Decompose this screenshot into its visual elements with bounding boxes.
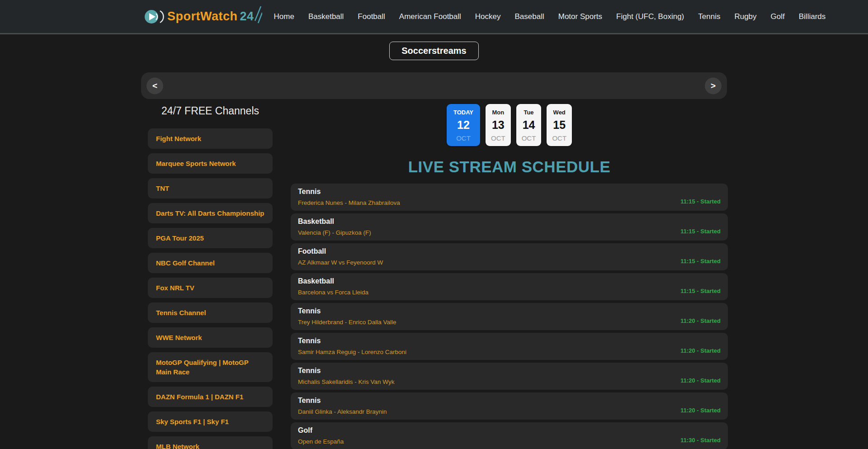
date-number: 12 [453,118,473,132]
schedule-panel: TODAY12OCTMon13OCTTue14OCTWed15OCT LIVE … [291,99,728,449]
date-month-label: OCT [522,134,536,142]
event-time-status: 11:20 - Started [680,347,721,354]
event-time-status: 11:20 - Started [680,407,721,414]
event-row[interactable]: GolfOpen de España11:30 - Started [291,422,728,449]
date-day-label: TODAY [453,109,473,116]
channel-button-dazn-formula-1-dazn-f1[interactable]: DAZN Formula 1 | DAZN F1 [148,387,273,407]
event-time-status: 11:15 - Started [680,198,721,205]
date-month-label: OCT [491,134,505,142]
channel-button-marquee-sports-network[interactable]: Marquee Sports Network [148,153,273,174]
channel-button-darts-tv-all-darts-championship[interactable]: Darts TV: All Darts Championship [148,203,273,223]
event-sport: Tennis [298,337,721,345]
schedule-list: TennisFrederica Nunes - Milana Zhabrailo… [291,184,728,449]
nav-links: HomeBasketballFootballAmerican FootballH… [274,12,826,21]
channel-button-nbc-golf-channel[interactable]: NBC Golf Channel [148,253,273,273]
event-sport: Basketball [298,277,721,285]
event-row[interactable]: TennisSamir Hamza Reguig - Lorenzo Carbo… [291,333,728,360]
channels-panel: 24/7 FREE Channels Fight NetworkMarquee … [148,99,273,449]
date-day-label: Wed [552,109,566,116]
event-sport: Tennis [298,397,721,405]
date-day-label: Mon [491,109,505,116]
nav-link-hockey[interactable]: Hockey [475,12,501,21]
event-row[interactable]: BasketballBarcelona vs Forca Lleida11:15… [291,273,728,300]
date-number: 13 [491,118,505,132]
main-content: 24/7 FREE Channels Fight NetworkMarquee … [0,99,868,449]
hero-carousel: < > [141,72,727,99]
event-match: Daniil Glinka - Aleksandr Braynin [298,408,721,415]
event-row[interactable]: TennisMichalis Sakellaridis - Kris Van W… [291,363,728,390]
event-time-status: 11:15 - Started [680,288,721,294]
event-match: Samir Hamza Reguig - Lorenzo Carboni [298,349,721,355]
event-row[interactable]: FootballAZ Alkmaar W vs Feyenoord W11:15… [291,243,728,270]
carousel-prev-button[interactable]: < [146,77,163,94]
date-month-label: OCT [453,134,473,142]
date-box-wed-15[interactable]: Wed15OCT [547,104,572,146]
date-selector: TODAY12OCTMon13OCTTue14OCTWed15OCT [291,104,728,146]
channel-button-wwe-network[interactable]: WWE Network [148,327,273,348]
event-match: Trey Hilderbrand - Enrico Dalla Valle [298,319,721,326]
play-circle-icon [144,7,165,26]
soccerstreams-button[interactable]: Soccerstreams [389,42,478,60]
nav-link-tennis[interactable]: Tennis [698,12,720,21]
event-time-status: 11:30 - Started [680,437,721,444]
nav-link-fight-ufc-boxing[interactable]: Fight (UFC, Boxing) [616,12,684,21]
event-match: Barcelona vs Forca Lleida [298,289,721,296]
nav-link-motor-sports[interactable]: Motor Sports [558,12,602,21]
date-box-tue-14[interactable]: Tue14OCT [516,104,542,146]
nav-link-billiards[interactable]: Billiards [799,12,826,21]
event-match: Valencia (F) - Gipuzkoa (F) [298,229,721,236]
nav-link-baseball[interactable]: Baseball [515,12,544,21]
event-row[interactable]: BasketballValencia (F) - Gipuzkoa (F)11:… [291,213,728,241]
event-row[interactable]: TennisTrey Hilderbrand - Enrico Dalla Va… [291,303,728,330]
event-match: Michalis Sakellaridis - Kris Van Wyk [298,378,721,385]
channel-button-fox-nrl-tv[interactable]: Fox NRL TV [148,278,273,298]
channel-button-pga-tour-2025[interactable]: PGA Tour 2025 [148,228,273,248]
schedule-title: LIVE STREAM SCHEDULE [291,158,728,176]
nav-link-football[interactable]: Football [358,12,385,21]
nav-link-golf[interactable]: Golf [771,12,785,21]
carousel-next-button[interactable]: > [705,77,722,94]
nav-link-rugby[interactable]: Rugby [734,12,756,21]
nav-link-home[interactable]: Home [274,12,294,21]
channels-title: 24/7 FREE Channels [148,105,273,117]
channel-button-tnt[interactable]: TNT [148,178,273,199]
event-match: Frederica Nunes - Milana Zhabrailova [298,199,721,206]
channels-list: Fight NetworkMarquee Sports NetworkTNTDa… [148,128,273,449]
event-row[interactable]: TennisFrederica Nunes - Milana Zhabrailo… [291,184,728,211]
event-time-status: 11:20 - Started [680,317,721,324]
date-month-label: OCT [552,134,566,142]
date-box-today-12[interactable]: TODAY12OCT [447,104,480,146]
channel-button-sky-sports-f1-sky-f1[interactable]: Sky Sports F1 | Sky F1 [148,411,273,432]
date-day-label: Tue [522,109,536,116]
event-row[interactable]: TennisDaniil Glinka - Aleksandr Braynin1… [291,392,728,420]
nav-link-american-football[interactable]: American Football [399,12,461,21]
nav-bar: SportWatch24 HomeBasketballFootballAmeri… [0,0,868,34]
speed-slashes-icon [253,5,262,24]
logo[interactable]: SportWatch24 [144,5,262,28]
event-time-status: 11:15 - Started [680,228,721,235]
event-match: AZ Alkmaar W vs Feyenoord W [298,259,721,266]
brand-text: SportWatch24 [167,9,254,24]
channel-button-motogp-qualifying-motogp-main-race[interactable]: MotoGP Qualifying | MotoGP Main Race [148,352,273,382]
date-number: 15 [552,118,566,132]
channel-button-tennis-channel[interactable]: Tennis Channel [148,302,273,323]
date-number: 14 [522,118,536,132]
event-sport: Golf [298,426,721,435]
channel-button-mlb-network[interactable]: MLB Network [148,436,273,449]
event-sport: Tennis [298,188,721,196]
event-sport: Football [298,247,721,255]
event-match: Open de España [298,438,721,445]
event-sport: Tennis [298,307,721,315]
channel-button-fight-network[interactable]: Fight Network [148,128,273,149]
event-sport: Tennis [298,367,721,375]
brand-name: SportWatch [167,9,238,23]
event-time-status: 11:15 - Started [680,258,721,265]
event-sport: Basketball [298,217,721,226]
brand-suffix: 24 [240,9,254,23]
nav-link-basketball[interactable]: Basketball [308,12,344,21]
event-time-status: 11:20 - Started [680,377,721,384]
date-box-mon-13[interactable]: Mon13OCT [486,104,511,146]
